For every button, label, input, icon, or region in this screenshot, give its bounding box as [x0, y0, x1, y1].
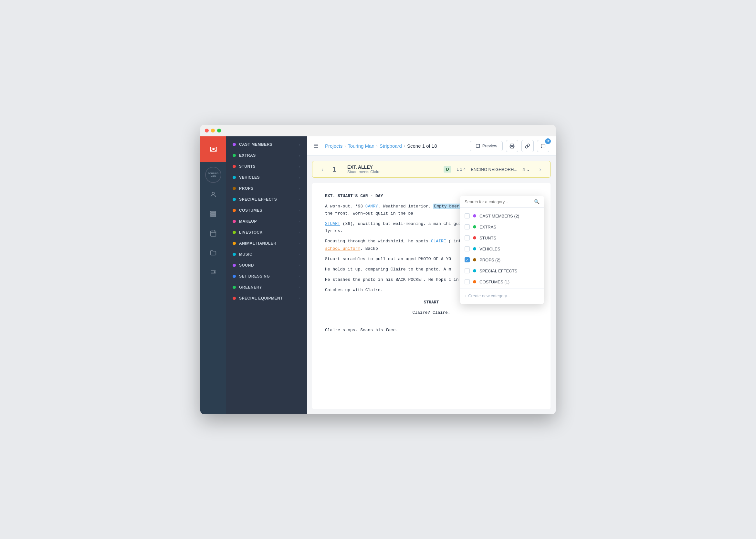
claire-link[interactable]: CLAIRE	[431, 239, 446, 244]
set-dressing-dot	[233, 275, 236, 278]
preview-button[interactable]: Preview	[470, 141, 503, 151]
hamburger-icon[interactable]: ☰	[313, 142, 319, 150]
school-uniform-link[interactable]: school uniform	[325, 246, 360, 251]
dropdown-search-input[interactable]	[465, 199, 531, 204]
set-dressing-label: SET DRESSING	[239, 274, 270, 278]
dd-extras-dot	[473, 225, 476, 228]
breadcrumb-current: Scene 1 of 18	[407, 143, 437, 149]
page-2: 2	[460, 167, 462, 172]
sidebar-item-set-dressing[interactable]: SET DRESSING ›	[226, 271, 307, 282]
extras-dot	[233, 154, 236, 157]
dropdown-item-extras[interactable]: EXTRAS	[460, 221, 544, 232]
minimize-dot[interactable]	[211, 129, 215, 132]
cast-members-label: CAST MEMBERS	[239, 142, 272, 147]
makeup-chevron: ›	[299, 220, 300, 223]
scene-next-button[interactable]: ›	[535, 165, 545, 174]
livestock-label: LIVESTOCK	[239, 230, 263, 235]
dropdown-item-stunts[interactable]: STUNTS	[460, 232, 544, 243]
set-dressing-chevron: ›	[299, 275, 300, 278]
extras-label: EXTRAS	[239, 153, 256, 158]
scene-title: EXT. ALLEY	[347, 165, 438, 170]
dropdown-search-bar: 🔍	[460, 196, 544, 208]
sidebar-item-greenery[interactable]: GREENERY ›	[226, 282, 307, 293]
special-effects-checkbox[interactable]	[465, 268, 470, 273]
sound-label: SOUND	[239, 263, 254, 268]
sidebar-item-sound[interactable]: SOUND ›	[226, 260, 307, 271]
sidebar-item-costumes[interactable]: COSTUMES ›	[226, 205, 307, 216]
cast-members-checkbox[interactable]	[465, 213, 470, 218]
link-button[interactable]	[521, 140, 534, 152]
music-label: MUSIC	[239, 252, 252, 257]
maximize-dot[interactable]	[217, 129, 221, 132]
scene-count-chevron: ⌄	[526, 167, 530, 172]
makeup-dot	[233, 220, 236, 223]
props-checkbox[interactable]: ✓	[465, 257, 470, 263]
sidebar-item-stunts[interactable]: STUNTS ›	[226, 161, 307, 172]
sidebar-item-cast-members[interactable]: CAST MEMBERS ›	[226, 139, 307, 150]
dropdown-item-props[interactable]: ✓ PROPS (2)	[460, 254, 544, 265]
vehicles-chevron: ›	[299, 176, 300, 179]
script-final-line: Claire stops. Scans his face.	[325, 327, 538, 334]
page-3: 4	[464, 167, 466, 172]
extras-checkbox[interactable]	[465, 224, 470, 229]
sidebar-item-strips[interactable]	[200, 204, 226, 224]
dropdown-item-special-effects[interactable]: SPECIAL EFFECTS	[460, 265, 544, 276]
scene-location: ENCINO NEIGHBORH...	[471, 167, 517, 172]
sidebar-item-folder[interactable]	[200, 243, 226, 263]
sidebar-item-livestock[interactable]: LIVESTOCK ›	[226, 227, 307, 238]
animal-handler-dot	[233, 242, 236, 245]
breadcrumb-view[interactable]: Stripboard	[380, 143, 402, 149]
dropdown-item-costumes[interactable]: COSTUMES (1)	[460, 276, 544, 287]
sidebar-item-animal-handler[interactable]: ANIMAL HANDLER ›	[226, 238, 307, 249]
close-dot[interactable]	[205, 129, 209, 132]
sidebar-item-calendar[interactable]	[200, 224, 226, 243]
vehicles-checkbox[interactable]	[465, 246, 470, 251]
breadcrumb: Projects › Touring Man › Stripboard › Sc…	[325, 143, 437, 149]
dd-special-effects-label: SPECIAL EFFECTS	[480, 269, 540, 273]
comments-button[interactable]: 12	[537, 140, 549, 152]
scene-number: 1	[333, 165, 342, 174]
print-button[interactable]	[506, 140, 518, 152]
search-icon: 🔍	[534, 199, 540, 204]
sidebar-item-props[interactable]: PROPS ›	[226, 183, 307, 194]
sidebar-item-settings[interactable]	[200, 263, 226, 282]
dropdown-item-cast-members[interactable]: CAST MEMBERS (2)	[460, 210, 544, 221]
print-icon	[509, 143, 515, 149]
cast-members-chevron: ›	[299, 143, 300, 146]
scene-prev-button[interactable]: ‹	[318, 165, 327, 174]
top-bar: ☰ Projects › Touring Man › Stripboard › …	[307, 136, 556, 156]
sidebar-item-music[interactable]: MUSIC ›	[226, 249, 307, 260]
extras-chevron: ›	[299, 154, 300, 157]
sidebar-item-extras[interactable]: EXTRAS ›	[226, 150, 307, 161]
sidebar-item-vehicles[interactable]: VEHICLES ›	[226, 172, 307, 183]
sidebar-item-people[interactable]	[200, 185, 226, 204]
costumes-dot	[233, 209, 236, 212]
create-category-button[interactable]: + Create new category...	[460, 290, 544, 301]
dd-costumes-label: COSTUMES (1)	[480, 279, 540, 284]
sidebar-item-special-effects[interactable]: SPECIAL EFFECTS ›	[226, 194, 307, 205]
camry-link[interactable]: CAMRY	[365, 204, 378, 209]
scene-strip: ‹ 1 EXT. ALLEY Stuart meets Claire. D 1 …	[312, 161, 551, 178]
music-chevron: ›	[299, 253, 300, 256]
dd-props-label: PROPS (2)	[480, 258, 540, 263]
stuart-link[interactable]: STUART	[325, 221, 340, 226]
dd-cast-members-label: CAST MEMBERS (2)	[480, 214, 540, 218]
sidebar-item-special-equipment[interactable]: SPECIAL EQUIPMENT ›	[226, 293, 307, 304]
special-equipment-label: SPECIAL EQUIPMENT	[239, 296, 283, 300]
dropdown-item-vehicles[interactable]: VEHICLES	[460, 243, 544, 254]
breadcrumb-project[interactable]: Touring Man	[347, 143, 374, 149]
dd-extras-label: EXTRAS	[480, 225, 540, 229]
main-content: ☰ Projects › Touring Man › Stripboard › …	[307, 136, 556, 414]
dd-stunts-dot	[473, 236, 476, 239]
props-label: PROPS	[239, 186, 254, 191]
stunts-checkbox[interactable]	[465, 235, 470, 240]
costumes-checkbox[interactable]	[465, 279, 470, 284]
svg-rect-1	[211, 211, 216, 213]
sidebar-item-makeup[interactable]: MAKEUP ›	[226, 216, 307, 227]
breadcrumb-sep-3: ›	[404, 144, 405, 148]
project-avatar[interactable]: TOURINGMAN	[205, 167, 221, 183]
greenery-chevron: ›	[299, 286, 300, 289]
link-icon	[525, 143, 530, 149]
svg-point-11	[214, 271, 215, 273]
breadcrumb-projects[interactable]: Projects	[325, 143, 342, 149]
